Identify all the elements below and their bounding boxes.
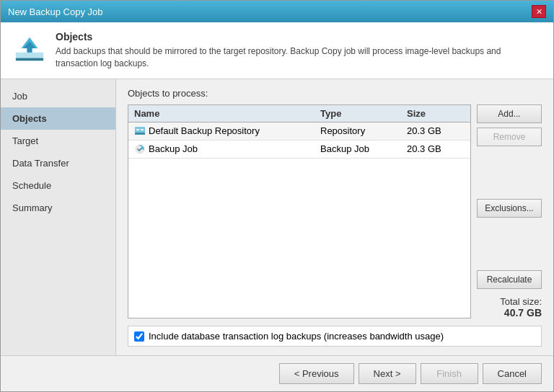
svg-rect-6 (136, 129, 139, 130)
header-section: Objects Add backups that should be mirro… (1, 22, 553, 79)
svg-rect-5 (135, 133, 145, 135)
total-size-value: 40.7 GB (477, 307, 542, 318)
sidebar-item-job[interactable]: Job (1, 85, 115, 107)
add-button[interactable]: Add... (477, 104, 542, 123)
section-label: Objects to process: (128, 88, 542, 99)
sidebar-item-data-transfer[interactable]: Data Transfer (1, 152, 115, 174)
table-row[interactable]: Backup Job Backup Job 20.3 GB (128, 141, 470, 159)
row-name-cell: Default Backup Repository (134, 125, 320, 137)
row2-name: Backup Job (149, 143, 198, 154)
header-text: Objects Add backups that should be mirro… (56, 31, 542, 70)
header-title: Objects (56, 31, 542, 43)
total-size-area: Total size: 40.7 GB (477, 296, 542, 318)
svg-rect-1 (16, 58, 43, 61)
exclusions-button[interactable]: Exclusions... (477, 199, 542, 218)
finish-button[interactable]: Finish (421, 363, 478, 384)
recalculate-button[interactable]: Recalculate (477, 270, 542, 289)
sidebar-item-objects[interactable]: Objects (1, 107, 115, 130)
sidebar-item-schedule[interactable]: Schedule (1, 174, 115, 197)
table-area: Name Type Size (128, 104, 542, 318)
cancel-button[interactable]: Cancel (483, 363, 542, 384)
row2-type: Backup Job (320, 143, 407, 154)
title-text: New Backup Copy Job (8, 6, 103, 17)
sidebar-item-summary[interactable]: Summary (1, 197, 115, 219)
transaction-log-label[interactable]: Include database transaction log backups… (149, 331, 444, 342)
backupjob-icon (134, 143, 146, 155)
header-description: Add backups that should be mirrored to t… (56, 45, 542, 70)
dialog-window: New Backup Copy Job ✕ Objects Add backup… (0, 0, 554, 392)
sidebar-item-target[interactable]: Target (1, 130, 115, 152)
row2-size: 20.3 GB (407, 143, 465, 154)
remove-button[interactable]: Remove (477, 128, 542, 146)
previous-button[interactable]: < Previous (279, 363, 354, 384)
close-button[interactable]: ✕ (532, 5, 546, 18)
table-row[interactable]: Default Backup Repository Repository 20.… (128, 122, 470, 141)
header-icon (12, 31, 47, 66)
row1-name: Default Backup Repository (149, 125, 260, 136)
svg-rect-7 (141, 129, 144, 130)
sidebar: Job Objects Target Data Transfer Schedul… (1, 79, 116, 355)
next-button[interactable]: Next > (359, 363, 416, 384)
svg-rect-0 (16, 53, 43, 58)
col-name: Name (134, 108, 320, 119)
main-content: Objects to process: Name Type Size (116, 79, 553, 355)
content-area: Job Objects Target Data Transfer Schedul… (1, 79, 553, 355)
row1-size: 20.3 GB (407, 125, 465, 136)
col-type: Type (320, 108, 407, 119)
title-bar: New Backup Copy Job ✕ (1, 1, 553, 22)
col-size: Size (407, 108, 465, 119)
repository-icon (134, 125, 146, 137)
row1-type: Repository (320, 125, 407, 136)
table-header: Name Type Size (128, 105, 470, 122)
total-size-label: Total size: (500, 296, 542, 307)
row-name-cell: Backup Job (134, 143, 320, 155)
objects-table: Name Type Size (128, 104, 471, 318)
transaction-log-checkbox[interactable] (134, 331, 144, 342)
side-buttons: Add... Remove Exclusions... Recalculate … (477, 104, 542, 318)
checkbox-area: Include database transaction log backups… (128, 326, 542, 347)
footer: < Previous Next > Finish Cancel (1, 355, 553, 391)
